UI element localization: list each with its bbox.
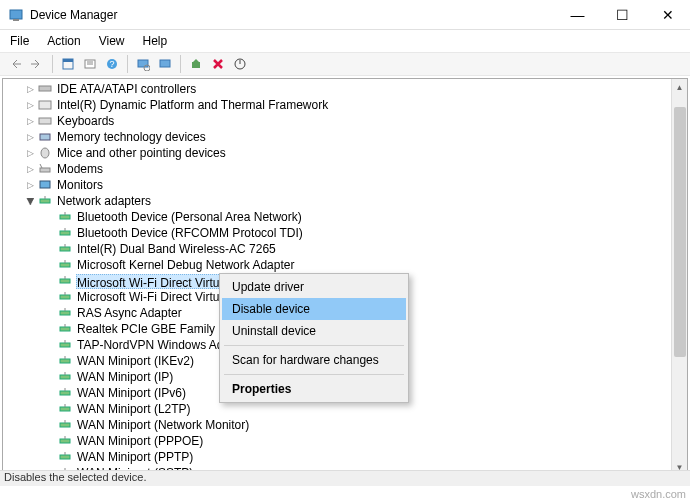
expand-icon[interactable]: ▷ bbox=[23, 113, 37, 129]
menu-help[interactable]: Help bbox=[141, 32, 170, 50]
svg-rect-26 bbox=[60, 231, 70, 235]
svg-rect-0 bbox=[10, 10, 22, 19]
svg-rect-24 bbox=[60, 215, 70, 219]
expand-icon[interactable]: ▷ bbox=[23, 97, 37, 113]
minimize-button[interactable]: — bbox=[555, 0, 600, 30]
svg-line-20 bbox=[40, 164, 42, 168]
svg-rect-44 bbox=[60, 375, 70, 379]
device-group-icon bbox=[37, 82, 53, 96]
menu-action[interactable]: Action bbox=[45, 32, 82, 50]
tree-label: Bluetooth Device (Personal Area Network) bbox=[77, 209, 302, 225]
svg-rect-11 bbox=[160, 60, 170, 67]
svg-rect-9 bbox=[138, 60, 148, 67]
svg-rect-28 bbox=[60, 247, 70, 251]
network-adapter-icon bbox=[57, 210, 73, 224]
close-button[interactable]: ✕ bbox=[645, 0, 690, 30]
tree-item[interactable]: Intel(R) Dual Band Wireless-AC 7265 bbox=[7, 241, 659, 257]
context-properties[interactable]: Properties bbox=[222, 378, 406, 400]
expand-icon[interactable]: ▷ bbox=[23, 161, 37, 177]
tree-item[interactable]: WAN Miniport (PPPOE) bbox=[7, 433, 659, 449]
tree-item[interactable]: Microsoft Kernel Debug Network Adapter bbox=[7, 257, 659, 273]
tree-label: Microsoft Wi-Fi Direct Virtua bbox=[77, 289, 226, 305]
tree-item[interactable]: WAN Miniport (L2TP) bbox=[7, 401, 659, 417]
menu-view[interactable]: View bbox=[97, 32, 127, 50]
mouse-icon bbox=[37, 146, 53, 160]
add-legacy-icon[interactable] bbox=[156, 55, 174, 73]
expand-icon[interactable]: ▷ bbox=[23, 177, 37, 193]
watermark: wsxdn.com bbox=[631, 488, 686, 500]
titlebar: Device Manager — ☐ ✕ bbox=[0, 0, 690, 30]
scroll-thumb[interactable] bbox=[674, 107, 686, 357]
disable-toolbar-icon[interactable] bbox=[231, 55, 249, 73]
context-scan-hardware[interactable]: Scan for hardware changes bbox=[222, 349, 406, 371]
tree-label: IDE ATA/ATAPI controllers bbox=[57, 81, 196, 97]
tree-group-network[interactable]: ⯆ Network adapters bbox=[7, 193, 659, 209]
svg-rect-50 bbox=[60, 423, 70, 427]
tree-item[interactable]: Bluetooth Device (RFCOMM Protocol TDI) bbox=[7, 225, 659, 241]
menubar: File Action View Help bbox=[0, 30, 690, 52]
svg-rect-38 bbox=[60, 327, 70, 331]
nav-back-icon[interactable] bbox=[6, 55, 24, 73]
svg-rect-22 bbox=[40, 199, 50, 203]
svg-rect-17 bbox=[40, 134, 50, 140]
context-separator bbox=[224, 345, 404, 346]
network-group-icon bbox=[37, 194, 53, 208]
svg-text:?: ? bbox=[109, 59, 114, 69]
tree-item[interactable]: WAN Miniport (Network Monitor) bbox=[7, 417, 659, 433]
expand-icon[interactable]: ▷ bbox=[23, 129, 37, 145]
modem-icon bbox=[37, 162, 53, 176]
svg-rect-16 bbox=[39, 118, 51, 124]
expand-icon[interactable]: ▷ bbox=[23, 145, 37, 161]
collapse-icon[interactable]: ⯆ bbox=[23, 193, 37, 209]
network-adapter-icon bbox=[57, 402, 73, 416]
tree-label: Monitors bbox=[57, 177, 103, 193]
tree-label: WAN Miniport (Network Monitor) bbox=[77, 417, 249, 433]
svg-rect-15 bbox=[39, 101, 51, 109]
svg-rect-12 bbox=[192, 62, 200, 68]
tree-label: Microsoft Kernel Debug Network Adapter bbox=[77, 257, 294, 273]
tree-item[interactable]: WAN Miniport (PPTP) bbox=[7, 449, 659, 465]
svg-rect-48 bbox=[60, 407, 70, 411]
svg-rect-54 bbox=[60, 455, 70, 459]
memory-icon bbox=[37, 130, 53, 144]
tree-group[interactable]: ▷ Mice and other pointing devices bbox=[7, 145, 659, 161]
tree-group[interactable]: ▷ IDE ATA/ATAPI controllers bbox=[7, 81, 659, 97]
svg-rect-1 bbox=[13, 19, 19, 21]
tree-label: TAP-NordVPN Windows Ad bbox=[77, 337, 224, 353]
context-uninstall-device[interactable]: Uninstall device bbox=[222, 320, 406, 342]
monitor-icon bbox=[37, 178, 53, 192]
scroll-up-icon[interactable]: ▲ bbox=[672, 79, 687, 95]
update-driver-icon[interactable] bbox=[187, 55, 205, 73]
svg-rect-36 bbox=[60, 311, 70, 315]
tree-label: WAN Miniport (PPPOE) bbox=[77, 433, 203, 449]
help-icon[interactable]: ? bbox=[103, 55, 121, 73]
context-disable-device[interactable]: Disable device bbox=[222, 298, 406, 320]
properties-toolbar-icon[interactable] bbox=[81, 55, 99, 73]
tree-label: Mice and other pointing devices bbox=[57, 145, 226, 161]
nav-forward-icon[interactable] bbox=[28, 55, 46, 73]
tree-label: Intel(R) Dynamic Platform and Thermal Fr… bbox=[57, 97, 328, 113]
uninstall-device-icon[interactable] bbox=[209, 55, 227, 73]
expand-icon[interactable]: ▷ bbox=[23, 81, 37, 97]
tree-group[interactable]: ▷ Intel(R) Dynamic Platform and Thermal … bbox=[7, 97, 659, 113]
device-group-icon bbox=[37, 98, 53, 112]
scan-hardware-icon[interactable] bbox=[134, 55, 152, 73]
keyboard-icon bbox=[37, 114, 53, 128]
network-adapter-icon bbox=[57, 370, 73, 384]
tree-group[interactable]: ▷ Memory technology devices bbox=[7, 129, 659, 145]
maximize-button[interactable]: ☐ bbox=[600, 0, 645, 30]
svg-rect-19 bbox=[40, 168, 50, 172]
tree-group[interactable]: ▷ Monitors bbox=[7, 177, 659, 193]
tree-label: Network adapters bbox=[57, 193, 151, 209]
menu-file[interactable]: File bbox=[8, 32, 31, 50]
show-hide-icon[interactable] bbox=[59, 55, 77, 73]
tree-group[interactable]: ▷ Keyboards bbox=[7, 113, 659, 129]
context-update-driver[interactable]: Update driver bbox=[222, 276, 406, 298]
tree-item[interactable]: Bluetooth Device (Personal Area Network) bbox=[7, 209, 659, 225]
toolbar: ? bbox=[0, 52, 690, 76]
network-adapter-icon bbox=[57, 242, 73, 256]
window-title: Device Manager bbox=[30, 8, 555, 22]
vertical-scrollbar[interactable]: ▲ ▼ bbox=[671, 79, 687, 475]
tree-group[interactable]: ▷ Modems bbox=[7, 161, 659, 177]
tree-label: Intel(R) Dual Band Wireless-AC 7265 bbox=[77, 241, 276, 257]
